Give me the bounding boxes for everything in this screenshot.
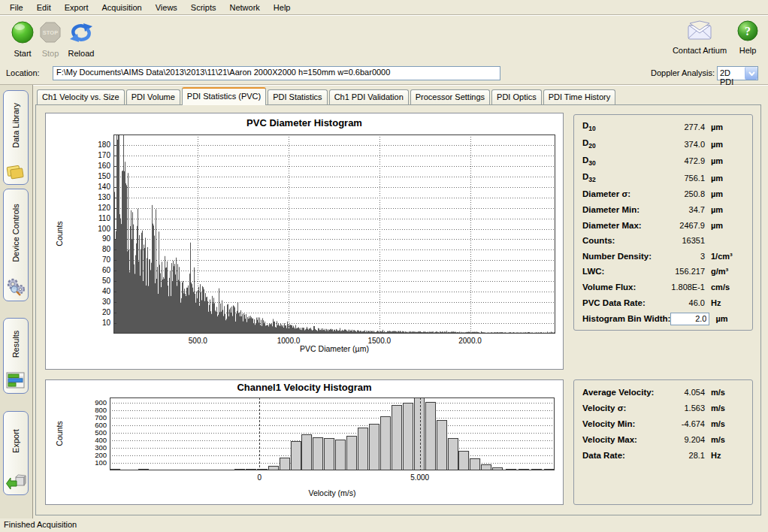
y-axis-tick-label: 10 [83, 319, 110, 327]
stat-unit: m/s [705, 404, 744, 413]
stat-value: 28.1 [625, 451, 705, 460]
pvc-stat-row-volume-flux: Volume Flux:1.808E-1cm/s [582, 283, 744, 292]
tab-pdi-statistics-pvc[interactable]: PDI Statistics (PVC) [182, 87, 266, 105]
stat-unit: 1/cm³ [705, 252, 744, 261]
stat-value: 156.217 [604, 267, 705, 276]
pvc-stats-panel: D10277.4µmD20374.0µmD30472.9µmD32756.1µm… [573, 114, 753, 331]
menu-help[interactable]: Help [267, 1, 298, 14]
content-panel: PVC Diameter Histogram Counts PVC Diamet… [35, 104, 761, 515]
y-axis-tick-label: 80 [83, 245, 110, 253]
stat-unit: m/s [705, 388, 744, 397]
y-axis-tick-label: 700 [80, 413, 107, 422]
pvc-chart-panel: PVC Diameter Histogram Counts PVC Diamet… [45, 113, 564, 370]
application-window: FileEditExportAcquisitionViewsScriptsNet… [0, 0, 768, 532]
location-field[interactable]: F:\My Documents\AIMS Data\2013\2013\11\2… [53, 66, 500, 80]
sidebar-item-device-controls[interactable]: Device Controls [3, 189, 29, 301]
start-icon [10, 20, 35, 48]
sidebar-item-results[interactable]: Results [3, 318, 29, 394]
pvc-stat-row-histogram-bin-width: Histogram Bin Width:µm [582, 313, 744, 324]
stat-value: 16351 [615, 236, 705, 245]
stat-value: 1.563 [626, 404, 705, 413]
tab-ch1-pdi-validation[interactable]: Ch1 PDI Validation [329, 89, 409, 104]
tab-pdi-time-history[interactable]: PDI Time History [543, 89, 616, 104]
velocity-stat-row-data-rate: Data Rate:28.1Hz [582, 450, 744, 461]
export-icon [5, 473, 26, 491]
stat-label: PVC Data Rate: [582, 298, 646, 307]
y-axis-tick-label: 100 [83, 225, 110, 233]
y-axis-tick-label: 40 [83, 287, 110, 295]
menu-acquisition[interactable]: Acquisition [95, 1, 149, 14]
y-axis-tick-label: 30 [83, 298, 110, 306]
pvc-y-axis-label: Counts [55, 211, 64, 256]
tab-pdi-optics[interactable]: PDI Optics [491, 89, 542, 104]
menu-scripts[interactable]: Scripts [184, 1, 223, 14]
stat-value: 1.808E-1 [636, 283, 705, 292]
sidebar-item-data-library[interactable]: Data Library [3, 90, 29, 185]
doppler-analysis-select[interactable]: 2D PDI [717, 66, 758, 80]
reload-button-label: Reload [68, 49, 95, 58]
start-button-label: Start [14, 49, 31, 58]
reload-button[interactable]: Reload [63, 20, 99, 58]
tab-pdi-volume[interactable]: PDI Volume [126, 89, 180, 104]
histogram-bin-width-input[interactable] [670, 313, 709, 325]
contact-artium-button[interactable]: Contact Artium [666, 20, 733, 55]
tab-pdi-statistics[interactable]: PDI Statistics [268, 89, 327, 104]
pvc-stat-row-d30: D30472.9µm [582, 156, 744, 166]
stat-value: 374.0 [596, 140, 705, 149]
chevron-down-icon[interactable] [745, 67, 757, 80]
menu-file[interactable]: File [3, 1, 30, 14]
stat-label: Number Density: [582, 252, 652, 261]
stat-label: D30 [582, 156, 596, 167]
menu-views[interactable]: Views [149, 1, 184, 14]
stat-unit: µm [705, 205, 744, 214]
stat-label: Diameter σ: [582, 189, 630, 198]
menu-export[interactable]: Export [58, 1, 95, 14]
pvc-stat-row-lwc: LWC:156.217g/m³ [582, 267, 744, 276]
status-bar: Finished Acquisition [0, 518, 768, 532]
y-axis-tick-label: 120 [83, 204, 110, 212]
velocity-x-axis-label: Velocity (m/s) [110, 488, 555, 497]
y-axis-tick-label: 130 [83, 193, 110, 201]
stat-label: Volume Flux: [582, 283, 636, 292]
envelope-icon [686, 20, 713, 45]
folders-icon [5, 162, 26, 180]
stat-unit: Hz [705, 298, 744, 307]
stat-label: Velocity Max: [582, 435, 637, 444]
stat-label: Counts: [582, 236, 615, 245]
sidebar-item-label: Results [11, 330, 20, 358]
start-button[interactable]: Start [6, 20, 39, 58]
velocity-stats-panel: Average Velocity:4.054m/sVelocity σ:1.56… [573, 379, 753, 505]
tab-processor-settings[interactable]: Processor Settings [410, 89, 490, 104]
stat-unit: g/m³ [705, 267, 744, 276]
stat-unit: µm [705, 189, 744, 198]
tab-ch1-velocity-vs-size[interactable]: Ch1 Velocity vs. Size [37, 89, 125, 104]
help-button[interactable]: ? Help [733, 20, 762, 55]
stat-label: Data Rate: [582, 451, 625, 460]
status-text: Finished Acquisition [4, 520, 77, 529]
x-axis-tick-label: 0 [258, 473, 262, 482]
sidebar-item-export[interactable]: Export [3, 411, 29, 495]
contact-artium-label: Contact Artium [673, 46, 727, 55]
y-axis-tick-label: 900 [80, 398, 107, 407]
stat-value: 3 [652, 252, 705, 261]
svg-text:STOP: STOP [43, 29, 58, 36]
x-axis-tick-label: 5.000 [410, 473, 429, 482]
stat-unit: µm [705, 122, 744, 131]
pvc-stat-row-diameter-min: Diameter Min:34.7µm [582, 205, 744, 214]
y-axis-tick-label: 500 [80, 428, 107, 437]
stat-label: Diameter Max: [582, 221, 642, 230]
menu-network[interactable]: Network [222, 1, 266, 14]
pvc-histogram-plot[interactable] [113, 135, 555, 334]
y-axis-tick-label: 140 [83, 183, 110, 191]
stop-icon: STOP [38, 20, 63, 48]
reload-icon [68, 20, 95, 48]
stat-value: 756.1 [596, 174, 705, 183]
menu-edit[interactable]: Edit [30, 1, 58, 14]
velocity-histogram-plot[interactable] [110, 397, 555, 470]
y-axis-tick-label: 60 [83, 266, 110, 274]
pvc-stat-row-counts: Counts:16351 [582, 236, 744, 245]
sidebar: Data LibraryDevice ControlsResultsExport [0, 85, 33, 518]
velocity-stat-row-velocity-max: Velocity Max:9.204m/s [582, 434, 744, 445]
stat-value: 2467.9 [642, 221, 705, 230]
x-axis-tick-label: 1500.0 [367, 337, 391, 345]
